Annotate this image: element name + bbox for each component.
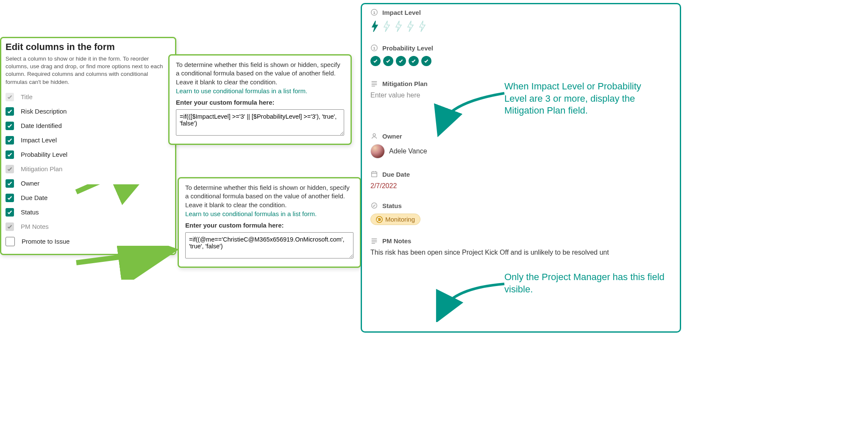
conditional-formula-popup-pmnotes: To determine whether this field is shown…: [178, 177, 361, 268]
column-label: Probability Level: [21, 151, 67, 158]
field-owner: Owner Adele Vance: [370, 132, 671, 158]
column-item[interactable]: Due Date: [6, 194, 171, 202]
field-impact-level: 1 Impact Level: [370, 8, 671, 32]
column-checkbox[interactable]: [6, 237, 15, 246]
column-label: Mitigation Plan: [21, 165, 62, 172]
panel-subtitle: Select a column to show or hide it in th…: [6, 55, 171, 86]
column-item[interactable]: Promote to Issue: [6, 237, 171, 246]
panel-title: Edit columns in the form: [6, 42, 171, 53]
field-pm-notes: PM Notes This risk has been open since P…: [370, 237, 671, 256]
field-probability-level: 1 Probability Level: [370, 44, 671, 66]
column-item[interactable]: Status: [6, 208, 171, 217]
bolt-icon[interactable]: [382, 20, 391, 32]
column-checkbox[interactable]: [6, 194, 14, 202]
status-refresh-icon: [376, 216, 383, 223]
calendar-icon: [370, 170, 378, 178]
column-item[interactable]: Impact Level: [6, 136, 171, 144]
bolt-icon[interactable]: [406, 20, 415, 32]
status-text: Monitoring: [385, 216, 415, 223]
column-label: Status: [21, 208, 39, 216]
owner-value[interactable]: Adele Vance: [370, 144, 671, 158]
column-list: TitleRisk DescriptionDate IdentifiedImpa…: [6, 93, 171, 246]
field-status: Status Monitoring: [370, 202, 671, 225]
bolt-icon[interactable]: [370, 20, 379, 32]
person-icon: [370, 132, 378, 140]
field-label: Mitigation Plan: [382, 80, 428, 87]
formula-field-label: Enter your custom formula here:: [185, 222, 353, 229]
column-label: PM Notes: [21, 223, 49, 230]
column-checkbox[interactable]: [6, 208, 14, 217]
column-checkbox[interactable]: [6, 122, 14, 130]
column-label: Due Date: [21, 194, 47, 201]
check-dot-icon[interactable]: [383, 56, 393, 66]
formula-input-pmnotes[interactable]: [185, 232, 353, 258]
field-label: Probability Level: [382, 44, 433, 52]
edit-columns-panel: Edit columns in the form Select a column…: [0, 37, 176, 255]
bolt-icon[interactable]: [418, 20, 426, 32]
due-date-value[interactable]: 2/7/2022: [370, 182, 671, 190]
annotation-pmnotes: Only the Project Manager has this field …: [504, 271, 665, 295]
status-badge[interactable]: Monitoring: [370, 214, 420, 225]
column-item[interactable]: Risk Description: [6, 107, 171, 116]
bolt-icon[interactable]: [394, 20, 403, 32]
svg-rect-11: [372, 172, 377, 177]
column-item[interactable]: Probability Level: [6, 150, 171, 159]
field-label: Status: [382, 202, 402, 209]
column-checkbox[interactable]: [6, 107, 14, 116]
column-checkbox[interactable]: [6, 222, 14, 231]
column-checkbox[interactable]: [6, 179, 14, 188]
check-dot-icon[interactable]: [421, 56, 431, 66]
svg-text:1: 1: [373, 10, 376, 15]
svg-text:1: 1: [373, 46, 376, 50]
annotation-mitigation: When Impact Level or Probability Level a…: [504, 81, 665, 117]
field-due-date: Due Date 2/7/2022: [370, 170, 671, 190]
formula-description: To determine whether this field is shown…: [185, 183, 353, 209]
impact-level-rating[interactable]: [370, 20, 671, 32]
column-label: Title: [21, 93, 33, 100]
field-label: Due Date: [382, 171, 410, 178]
formula-input-mitigation[interactable]: [176, 109, 344, 136]
formula-field-label: Enter your custom formula here:: [176, 99, 344, 106]
column-checkbox[interactable]: [6, 150, 14, 159]
pm-notes-value[interactable]: This risk has been open since Project Ki…: [370, 249, 671, 256]
column-checkbox[interactable]: [6, 93, 14, 101]
field-label: PM Notes: [382, 237, 411, 245]
conditional-formula-popup-mitigation: To determine whether this field is shown…: [168, 54, 352, 145]
column-item[interactable]: Title: [6, 93, 171, 101]
column-label: Promote to Issue: [22, 238, 70, 245]
multiline-text-icon: [370, 80, 378, 87]
field-label: Owner: [382, 133, 402, 140]
check-dot-icon[interactable]: [370, 56, 381, 66]
avatar: [370, 144, 385, 158]
owner-name: Adele Vance: [389, 147, 427, 155]
field-label: Impact Level: [382, 9, 421, 16]
check-dot-icon[interactable]: [409, 56, 419, 66]
multiline-text-icon: [370, 237, 378, 245]
check-dot-icon[interactable]: [396, 56, 406, 66]
column-label: Risk Description: [21, 108, 67, 115]
column-label: Date Identified: [21, 122, 62, 129]
column-item[interactable]: Mitigation Plan: [6, 165, 171, 173]
column-label: Impact Level: [21, 136, 57, 144]
svg-point-10: [373, 133, 376, 136]
learn-link[interactable]: Learn to use conditional formulas in a l…: [185, 210, 317, 217]
column-item[interactable]: Owner: [6, 179, 171, 188]
learn-link[interactable]: Learn to use conditional formulas in a l…: [176, 87, 307, 94]
formula-description: To determine whether this field is shown…: [176, 61, 344, 86]
column-label: Owner: [21, 180, 39, 187]
number-circle-icon: 1: [370, 44, 378, 52]
probability-level-rating[interactable]: [370, 56, 671, 66]
column-checkbox[interactable]: [6, 165, 14, 173]
column-item[interactable]: PM Notes: [6, 222, 171, 231]
choice-icon: [370, 202, 378, 209]
column-item[interactable]: Date Identified: [6, 122, 171, 130]
column-checkbox[interactable]: [6, 136, 14, 144]
number-circle-icon: 1: [370, 8, 378, 16]
